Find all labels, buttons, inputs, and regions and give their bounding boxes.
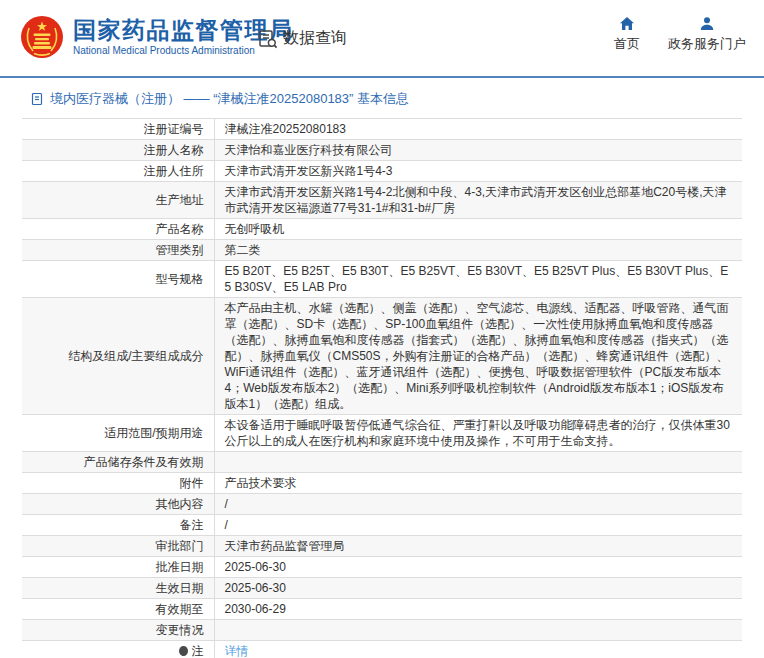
row-label: 适用范围/预期用途 <box>22 415 214 452</box>
table-row: 有效期至2030-06-29 <box>22 599 742 620</box>
user-icon <box>699 16 715 32</box>
detail-link[interactable]: 详情 <box>225 644 249 658</box>
row-value: 2030-06-29 <box>214 599 742 620</box>
row-value: 天津市武清开发区新兴路1号4-3 <box>214 161 742 182</box>
nav-portal-label: 政务服务门户 <box>668 35 746 53</box>
row-label: 变更情况 <box>22 620 214 641</box>
row-label: 批准日期 <box>22 557 214 578</box>
row-label: 注册人住所 <box>22 161 214 182</box>
row-value: 天津市药品监督管理局 <box>214 536 742 557</box>
row-label: 型号规格 <box>22 261 214 298</box>
row-value <box>214 620 742 641</box>
national-emblem-icon <box>20 15 64 59</box>
row-label: 附件 <box>22 473 214 494</box>
table-row: 适用范围/预期用途本设备适用于睡眠呼吸暂停低通气综合征、严重打鼾以及呼吸功能障碍… <box>22 415 742 452</box>
row-value: 天津市武清开发区新兴路1号4-2北侧和中段、4-3,天津市武清开发区创业总部基地… <box>214 182 742 219</box>
table-row: 型号规格E5 B20T、E5 B25T、E5 B30T、E5 B25VT、E5 … <box>22 261 742 298</box>
brand-logo-link[interactable]: 国家药品监督管理局 National Medical Products Admi… <box>20 15 294 59</box>
row-value: 产品技术要求 <box>214 473 742 494</box>
nav-home[interactable]: 首页 <box>614 16 640 53</box>
row-label: 注册人名称 <box>22 140 214 161</box>
row-label: 生产地址 <box>22 182 214 219</box>
row-value: 详情 <box>214 641 742 658</box>
table-row: 审批部门天津市药品监督管理局 <box>22 536 742 557</box>
home-icon <box>619 16 635 32</box>
row-value <box>214 452 742 473</box>
breadcrumb-text: 境内医疗器械（注册） —— “津械注准20252080183” 基本信息 <box>50 90 409 108</box>
table-row: 注册证编号津械注准20252080183 <box>22 119 742 140</box>
table-row: 注册人住所天津市武清开发区新兴路1号4-3 <box>22 161 742 182</box>
nav-portal[interactable]: 政务服务门户 <box>668 16 746 53</box>
nav-home-label: 首页 <box>614 35 640 53</box>
row-label: 有效期至 <box>22 599 214 620</box>
table-row: 管理类别第二类 <box>22 240 742 261</box>
row-label: 注册证编号 <box>22 119 214 140</box>
table-row: 生产地址天津市武清开发区新兴路1号4-2北侧和中段、4-3,天津市武清开发区创业… <box>22 182 742 219</box>
row-label: 产品名称 <box>22 219 214 240</box>
table-row: 产品名称无创呼吸机 <box>22 219 742 240</box>
table-row: 其他内容/ <box>22 494 742 515</box>
table-row: 注详情 <box>22 641 742 658</box>
table-row: 附件产品技术要求 <box>22 473 742 494</box>
national-emblem-logo <box>20 15 64 59</box>
row-value: / <box>214 515 742 536</box>
row-value: 2025-06-30 <box>214 557 742 578</box>
breadcrumb: 境内医疗器械（注册） —— “津械注准20252080183” 基本信息 <box>0 78 764 118</box>
table-row: 结构及组成/主要组成成分本产品由主机、水罐（选配）、侧盖（选配）、空气滤芯、电源… <box>22 298 742 415</box>
table-row: 备注/ <box>22 515 742 536</box>
doc-search-icon <box>258 29 278 49</box>
data-query-link[interactable]: 数据查询 <box>258 28 347 49</box>
row-label: 生效日期 <box>22 578 214 599</box>
document-icon <box>30 92 44 106</box>
info-table: 注册证编号津械注准20252080183注册人名称天津怡和嘉业医疗科技有限公司注… <box>22 118 742 658</box>
table-row: 批准日期2025-06-30 <box>22 557 742 578</box>
row-label: 其他内容 <box>22 494 214 515</box>
row-value: 本设备适用于睡眠呼吸暂停低通气综合征、严重打鼾以及呼吸功能障碍患者的治疗，仅供体… <box>214 415 742 452</box>
row-value: / <box>214 494 742 515</box>
top-nav: 首页 政务服务门户 <box>614 16 746 53</box>
row-label: 审批部门 <box>22 536 214 557</box>
row-label: 备注 <box>22 515 214 536</box>
row-label: 管理类别 <box>22 240 214 261</box>
row-label: 注 <box>22 641 214 658</box>
table-row: 注册人名称天津怡和嘉业医疗科技有限公司 <box>22 140 742 161</box>
row-label: 产品储存条件及有效期 <box>22 452 214 473</box>
row-value: 天津怡和嘉业医疗科技有限公司 <box>214 140 742 161</box>
row-value: E5 B20T、E5 B25T、E5 B30T、E5 B25VT、E5 B30V… <box>214 261 742 298</box>
note-balloon-icon <box>179 646 188 656</box>
row-value: 2025-06-30 <box>214 578 742 599</box>
row-value: 本产品由主机、水罐（选配）、侧盖（选配）、空气滤芯、电源线、适配器、呼吸管路、通… <box>214 298 742 415</box>
row-value: 无创呼吸机 <box>214 219 742 240</box>
row-label: 结构及组成/主要组成成分 <box>22 298 214 415</box>
table-row: 生效日期2025-06-30 <box>22 578 742 599</box>
data-query-label: 数据查询 <box>283 28 347 49</box>
table-row: 产品储存条件及有效期 <box>22 452 742 473</box>
row-value: 津械注准20252080183 <box>214 119 742 140</box>
site-header: 国家药品监督管理局 National Medical Products Admi… <box>0 0 764 76</box>
row-value: 第二类 <box>214 240 742 261</box>
table-row: 变更情况 <box>22 620 742 641</box>
